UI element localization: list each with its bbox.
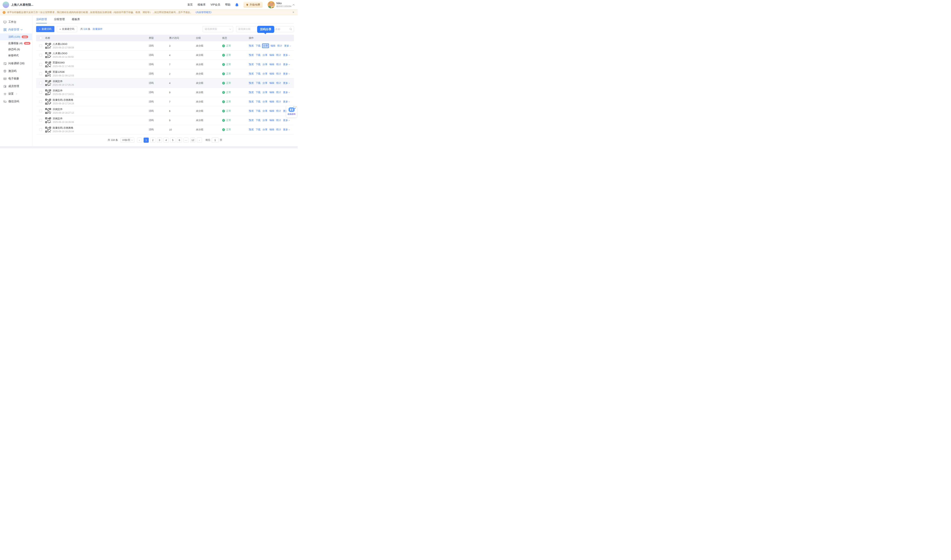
sidebar-item-workbench[interactable]: 工作台 xyxy=(0,18,32,26)
row-checkbox[interactable] xyxy=(39,45,42,47)
upgrade-renew-button[interactable]: 升级/续费 xyxy=(244,2,262,8)
tab-live-code-management[interactable]: 活码管理 xyxy=(36,18,47,23)
download-link[interactable]: 下载 xyxy=(256,63,261,66)
download-link[interactable]: 下载 xyxy=(256,118,261,122)
nav-home[interactable]: 首页 xyxy=(187,3,193,6)
sidebar-item-ebook[interactable]: 电子画册 xyxy=(0,75,32,83)
qr-thumbnail[interactable] xyxy=(45,71,51,77)
edit-link[interactable]: 编辑 xyxy=(269,109,274,113)
sidebar-item-activation-code[interactable]: 激活码 xyxy=(0,67,32,75)
more-link[interactable]: 更多 xyxy=(283,63,290,66)
edit-link[interactable]: 编辑 xyxy=(269,63,274,66)
page-ellipsis[interactable]: ··· xyxy=(184,138,189,143)
more-link[interactable]: 更多 xyxy=(283,118,290,122)
share-link[interactable]: 分享 xyxy=(262,128,267,131)
stats-link[interactable]: 统计 xyxy=(276,91,281,94)
row-checkbox[interactable] xyxy=(39,100,42,103)
sidebar-item-live-code[interactable]: 活码 (120) new xyxy=(0,34,32,40)
type-filter-select[interactable]: 请选择类型 xyxy=(202,26,233,32)
more-link[interactable]: 更多 xyxy=(283,100,290,103)
page-button-2[interactable]: 2 xyxy=(150,138,155,143)
edit-link[interactable]: 编辑 xyxy=(269,128,274,131)
nav-template-library[interactable]: 模板库 xyxy=(198,3,205,6)
sidebar-item-batch-template[interactable]: 批量模版 (4) new xyxy=(0,40,32,46)
qr-thumbnail[interactable] xyxy=(45,117,51,123)
row-checkbox[interactable] xyxy=(39,72,42,75)
qr-thumbnail[interactable] xyxy=(45,108,51,114)
share-link[interactable]: 分享 xyxy=(262,54,267,57)
qr-thumbnail[interactable] xyxy=(45,89,51,95)
share-link[interactable]: 分享 xyxy=(262,82,267,85)
preview-link[interactable]: 预览 xyxy=(249,72,254,75)
more-link[interactable]: 更多 xyxy=(283,72,290,75)
qr-thumbnail[interactable] xyxy=(45,52,51,58)
content-policy-link[interactable]: 《内容管理规范》 xyxy=(194,11,213,14)
qr-thumbnail[interactable] xyxy=(45,80,51,86)
more-link[interactable]: 更多 xyxy=(283,82,290,85)
page-button-5[interactable]: 5 xyxy=(170,138,175,143)
download-link[interactable]: 下载 xyxy=(256,91,261,94)
edit-link[interactable]: 编辑 xyxy=(269,100,274,103)
more-link[interactable]: 更多 xyxy=(283,54,290,57)
sidebar-item-static-code[interactable]: 静态码 (9) xyxy=(0,46,32,52)
share-link[interactable]: 分享 xyxy=(262,118,267,122)
more-link[interactable]: 更多 xyxy=(283,128,290,131)
new-live-code-button[interactable]: + 新建活码 xyxy=(36,26,54,32)
tab-group-management[interactable]: 分组管理 xyxy=(54,18,65,23)
share-link[interactable]: 分享 xyxy=(262,91,267,94)
qr-thumbnail[interactable] xyxy=(45,126,51,132)
sidebar-item-settings[interactable]: 设置 xyxy=(0,90,32,98)
edit-link[interactable]: 编辑 xyxy=(269,82,274,85)
edit-link[interactable]: 编辑 xyxy=(269,91,274,94)
preview-link[interactable]: 预览 xyxy=(249,128,254,131)
download-link[interactable]: 下载 xyxy=(256,100,261,103)
share-link[interactable]: 分享 xyxy=(262,72,267,75)
page-button-1[interactable]: 1 xyxy=(144,138,149,143)
stats-link[interactable]: 统计 xyxy=(276,63,281,66)
stats-link[interactable]: 统计 xyxy=(276,82,281,85)
share-link[interactable]: 分享 xyxy=(262,63,267,66)
stats-link[interactable]: 统计 xyxy=(276,72,281,75)
page-button-6[interactable]: 6 xyxy=(177,138,182,143)
qr-thumbnail[interactable] xyxy=(45,98,51,105)
download-link[interactable]: 下载 xyxy=(256,44,261,48)
notification-bell-icon[interactable] xyxy=(235,3,239,7)
qr-thumbnail[interactable] xyxy=(45,43,51,49)
stats-link[interactable]: 统计 xyxy=(277,44,282,48)
batch-create-button[interactable]: + 批量建空码 xyxy=(57,26,77,32)
sidebar-item-survey[interactable]: 问卷调研 (16) xyxy=(0,60,32,67)
per-page-select[interactable]: 10条/页 xyxy=(120,137,134,143)
nav-help[interactable]: 帮助 xyxy=(225,3,230,6)
more-link[interactable]: 更多 xyxy=(283,91,290,94)
nav-vip[interactable]: VIP会员 xyxy=(210,3,220,6)
row-checkbox[interactable] xyxy=(39,54,42,57)
stats-link[interactable]: 统计 xyxy=(276,128,281,131)
preview-link[interactable]: 预览 xyxy=(249,109,254,113)
select-all-checkbox[interactable] xyxy=(39,37,42,39)
download-link[interactable]: 下载 xyxy=(256,54,261,57)
user-menu[interactable]: VIP Niko 组织ID:1329284 xyxy=(268,1,294,8)
download-link[interactable]: 下载 xyxy=(256,82,261,85)
row-checkbox[interactable] xyxy=(39,110,42,112)
preview-link[interactable]: 预览 xyxy=(249,82,254,85)
download-link[interactable]: 下载 xyxy=(256,109,261,113)
row-checkbox[interactable] xyxy=(39,91,42,94)
stats-link[interactable]: 统计 xyxy=(276,54,281,57)
preview-link[interactable]: 预览 xyxy=(249,44,254,48)
preview-link[interactable]: 预览 xyxy=(249,118,254,122)
edit-link[interactable]: 编辑 xyxy=(269,54,274,57)
qr-thumbnail[interactable] xyxy=(45,62,51,68)
share-link[interactable]: 分享 xyxy=(262,109,267,113)
sidebar-item-members[interactable]: 成员管理 xyxy=(0,83,32,90)
tab-template-library[interactable]: 模板库 xyxy=(72,18,80,23)
sidebar-item-wechat-code[interactable]: 微信活码 xyxy=(0,98,32,105)
stats-link[interactable]: 统计 xyxy=(276,100,281,103)
goto-page-input[interactable] xyxy=(212,138,219,143)
row-checkbox[interactable] xyxy=(39,128,42,131)
page-button-4[interactable]: 4 xyxy=(164,138,169,143)
edit-link[interactable]: 编辑 xyxy=(270,44,275,48)
prev-page-button[interactable]: ‹ xyxy=(137,138,142,143)
stats-link[interactable]: 统计 xyxy=(276,118,281,122)
more-link[interactable]: 更多 xyxy=(284,44,291,48)
page-button-3[interactable]: 3 xyxy=(157,138,162,143)
